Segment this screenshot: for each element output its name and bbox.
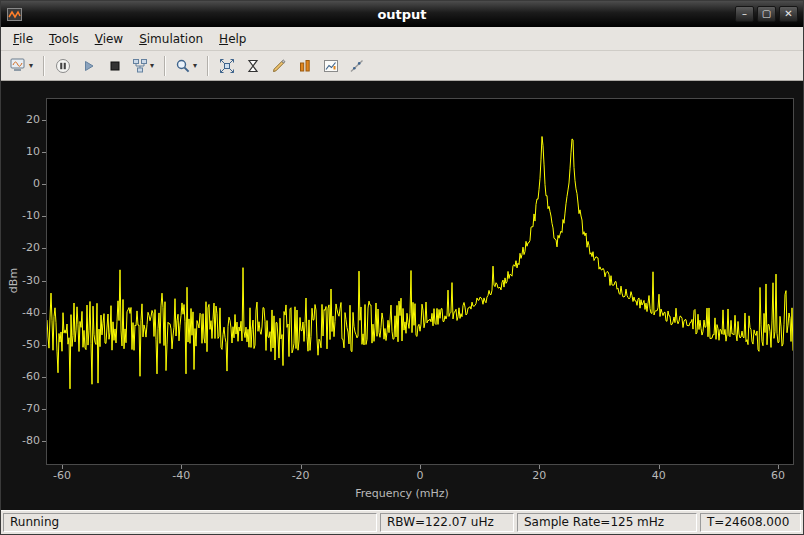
x-axis-label: Frequency (mHz) (1, 487, 803, 500)
y-tick-mark (42, 313, 46, 314)
y-tick-label: -50 (2, 338, 40, 352)
y-tick-mark (42, 281, 46, 282)
spectral-mask-icon (349, 58, 365, 74)
dropdown-caret-icon: ▾ (29, 61, 33, 70)
y-tick-label: -20 (2, 241, 40, 255)
y-tick-mark (42, 152, 46, 153)
window-controls: – ▢ ✕ (735, 6, 798, 22)
status-sample-rate: Sample Rate=125 mHz (517, 513, 697, 532)
x-tick-mark (539, 465, 540, 469)
x-tick-mark (420, 465, 421, 469)
spectral-mask-button[interactable] (345, 54, 369, 78)
y-tick-mark (42, 120, 46, 121)
scale-axes-icon (219, 58, 235, 74)
spectrum-analyzer-window: output – ▢ ✕ File Tools View Simulation … (0, 0, 804, 535)
status-time: T=24608.000 (700, 513, 801, 532)
y-tick-mark (42, 409, 46, 410)
y-tick-mark (42, 441, 46, 442)
y-tick-label: -80 (2, 434, 40, 448)
title-bar[interactable]: output – ▢ ✕ (1, 1, 803, 27)
status-rbw: RBW=122.07 uHz (380, 513, 514, 532)
scope-settings-icon (10, 58, 27, 73)
stop-button[interactable] (103, 54, 127, 78)
pause-icon (55, 58, 71, 74)
spectrum-settings-button[interactable] (293, 54, 317, 78)
stop-icon (107, 58, 123, 74)
x-tick-label: -40 (159, 469, 203, 483)
menu-simulation[interactable]: Simulation (131, 28, 211, 50)
window-measurements-icon (323, 58, 339, 74)
toolbar: ▾ ▾ (1, 51, 803, 81)
step-forward-button[interactable] (77, 54, 101, 78)
window-measurements-button[interactable] (319, 54, 343, 78)
x-tick-mark (659, 465, 660, 469)
y-tick-label: -30 (2, 274, 40, 288)
app-scope-icon (7, 8, 22, 21)
peak-finder-icon (271, 58, 287, 74)
y-tick-mark (42, 184, 46, 185)
menu-bar: File Tools View Simulation Help (1, 27, 803, 51)
spectrum-settings-icon (297, 58, 313, 74)
toolbar-separator (207, 56, 208, 76)
status-running: Running (3, 513, 377, 532)
spectrum-trace-canvas[interactable] (47, 99, 793, 464)
menu-tools[interactable]: Tools (41, 28, 87, 50)
peak-finder-button[interactable] (267, 54, 291, 78)
pause-button[interactable] (51, 54, 75, 78)
x-tick-mark (301, 465, 302, 469)
y-tick-label: 0 (2, 177, 40, 191)
menu-file[interactable]: File (5, 28, 41, 50)
spectrum-plot[interactable] (46, 98, 794, 465)
toolbar-separator (164, 56, 165, 76)
dropdown-caret-icon: ▾ (193, 61, 197, 70)
simulation-options-icon (132, 58, 148, 74)
x-tick-label: 40 (637, 469, 681, 483)
x-tick-label: 0 (398, 469, 442, 483)
y-tick-label: -10 (2, 209, 40, 223)
toolbar-separator (43, 56, 44, 76)
y-tick-mark (42, 216, 46, 217)
scope-settings-button[interactable]: ▾ (7, 54, 36, 78)
minimize-button[interactable]: – (735, 6, 754, 22)
maximize-button[interactable]: ▢ (757, 6, 776, 22)
y-tick-label: 10 (2, 145, 40, 159)
close-button[interactable]: ✕ (779, 6, 798, 22)
simulation-options-button[interactable]: ▾ (129, 54, 157, 78)
zoom-icon (175, 58, 191, 74)
zoom-button[interactable]: ▾ (172, 54, 200, 78)
x-tick-mark (62, 465, 63, 469)
app-scope-icon (7, 8, 22, 21)
x-tick-label: -20 (279, 469, 323, 483)
x-tick-label: 60 (756, 469, 800, 483)
status-bar: Running RBW=122.07 uHz Sample Rate=125 m… (1, 510, 803, 534)
cursor-measurements-button[interactable] (241, 54, 265, 78)
y-tick-mark (42, 345, 46, 346)
menu-help[interactable]: Help (211, 28, 254, 50)
window-title: output (1, 7, 803, 22)
x-tick-mark (778, 465, 779, 469)
y-tick-mark (42, 248, 46, 249)
step-forward-icon (81, 58, 97, 74)
cursor-measurements-icon (245, 58, 261, 74)
y-tick-label: -60 (2, 370, 40, 384)
y-tick-label: -70 (2, 402, 40, 416)
scale-axes-button[interactable] (215, 54, 239, 78)
y-tick-mark (42, 377, 46, 378)
y-tick-label: -40 (2, 306, 40, 320)
menu-view[interactable]: View (87, 28, 131, 50)
x-tick-label: 20 (517, 469, 561, 483)
plot-region: dBm Frequency (mHz) 20100-10-20-30-40-50… (1, 81, 803, 510)
x-tick-label: -60 (40, 469, 84, 483)
x-tick-mark (181, 465, 182, 469)
dropdown-caret-icon: ▾ (150, 61, 154, 70)
y-tick-label: 20 (2, 113, 40, 127)
